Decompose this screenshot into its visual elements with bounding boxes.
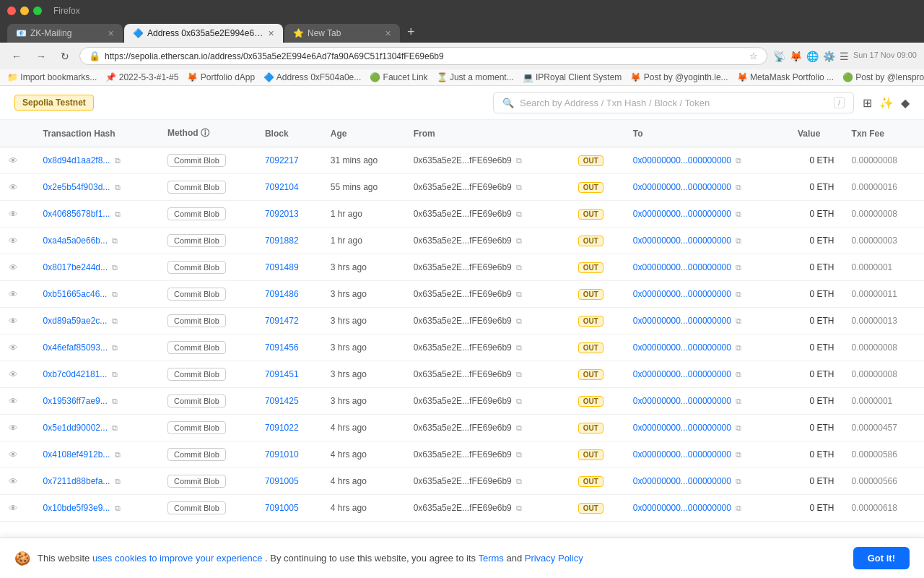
eye-button[interactable]: 👁 xyxy=(9,262,18,273)
bookmark-faucet[interactable]: 🟢 Faucet Link xyxy=(370,72,427,82)
bookmark-metamask[interactable]: 🦊 MetaMask Portfolio ... xyxy=(737,72,834,82)
copy-hash-button[interactable]: ⧉ xyxy=(113,477,123,486)
copy-to-button[interactable]: ⧉ xyxy=(733,450,744,460)
minimize-window-button[interactable] xyxy=(20,7,29,15)
tx-hash-link[interactable]: 0x10bde5f93e9... xyxy=(43,503,110,513)
bookmark-moment[interactable]: ⏳ Just a moment... xyxy=(437,72,514,82)
eth-icon[interactable]: ◆ xyxy=(901,96,910,110)
copy-to-button[interactable]: ⧉ xyxy=(733,210,744,219)
tab-close-eth[interactable]: ✕ xyxy=(268,29,274,38)
theme-icon[interactable]: ✨ xyxy=(879,96,894,110)
copy-to-button[interactable]: ⧉ xyxy=(733,504,744,513)
eye-button[interactable]: 👁 xyxy=(9,182,18,193)
copy-from-button[interactable]: ⧉ xyxy=(514,423,524,433)
to-address-link[interactable]: 0x00000000...000000000 xyxy=(633,369,731,379)
tab-zk-mailing[interactable]: 📧 ZK-Mailing ✕ xyxy=(7,24,123,43)
eye-button[interactable]: 👁 xyxy=(9,236,18,246)
bookmark-portfolio[interactable]: 🦊 Portfolio dApp xyxy=(187,72,255,82)
maximize-window-button[interactable] xyxy=(33,7,42,15)
copy-to-button[interactable]: ⧉ xyxy=(733,343,744,353)
tx-hash-link[interactable]: 0x7211d88befa... xyxy=(43,476,110,486)
copy-hash-button[interactable]: ⧉ xyxy=(113,156,123,165)
copy-from-button[interactable]: ⧉ xyxy=(514,370,524,379)
search-bar[interactable]: 🔍 Search by Address / Txn Hash / Block /… xyxy=(493,92,854,113)
eye-button[interactable]: 👁 xyxy=(9,449,18,460)
copy-to-button[interactable]: ⧉ xyxy=(733,183,744,192)
to-address-link[interactable]: 0x00000000...000000000 xyxy=(633,182,731,192)
copy-from-button[interactable]: ⧉ xyxy=(514,236,524,246)
bookmark-yoginth[interactable]: 🦊 Post by @yoginth.le... xyxy=(630,72,728,82)
to-address-link[interactable]: 0x00000000...000000000 xyxy=(633,476,731,486)
tx-hash-link[interactable]: 0xb7c0d42181... xyxy=(43,369,108,379)
copy-hash-button[interactable]: ⧉ xyxy=(113,210,123,219)
copy-to-button[interactable]: ⧉ xyxy=(733,316,744,326)
copy-to-button[interactable]: ⧉ xyxy=(733,423,744,433)
bookmark-2022[interactable]: 📌 2022-5-3-#1-#5 xyxy=(105,72,178,82)
forward-button[interactable]: → xyxy=(32,48,51,64)
block-link[interactable]: 7091010 xyxy=(265,449,299,460)
copy-to-button[interactable]: ⧉ xyxy=(733,290,744,299)
block-link[interactable]: 7091451 xyxy=(265,369,299,379)
copy-hash-button[interactable]: ⧉ xyxy=(110,423,120,433)
copy-hash-button[interactable]: ⧉ xyxy=(113,183,123,192)
tx-hash-link[interactable]: 0xd89a59ae2c... xyxy=(43,316,108,326)
copy-from-button[interactable]: ⧉ xyxy=(514,263,524,272)
copy-from-button[interactable]: ⧉ xyxy=(514,504,524,513)
copy-to-button[interactable]: ⧉ xyxy=(733,370,744,379)
eye-button[interactable]: 👁 xyxy=(9,369,18,380)
copy-to-button[interactable]: ⧉ xyxy=(733,477,744,486)
tx-hash-link[interactable]: 0xb51665ac46... xyxy=(43,289,108,299)
eye-button[interactable]: 👁 xyxy=(9,289,18,300)
new-tab-button[interactable]: + xyxy=(401,22,421,43)
to-address-link[interactable]: 0x00000000...000000000 xyxy=(633,155,731,165)
eye-button[interactable]: 👁 xyxy=(9,423,18,434)
tx-hash-link[interactable]: 0x8d94d1aa2f8... xyxy=(43,155,110,165)
block-link[interactable]: 7092013 xyxy=(265,209,299,219)
copy-from-button[interactable]: ⧉ xyxy=(514,183,524,192)
tx-hash-link[interactable]: 0x8017be244d... xyxy=(43,262,108,272)
address-bar[interactable]: 🔒 https://sepolia.etherscan.io/address/0… xyxy=(79,47,767,65)
copy-from-button[interactable]: ⧉ xyxy=(514,156,524,165)
copy-hash-button[interactable]: ⧉ xyxy=(110,236,120,246)
copy-hash-button[interactable]: ⧉ xyxy=(110,290,120,299)
copy-from-button[interactable]: ⧉ xyxy=(514,450,524,460)
to-address-link[interactable]: 0x00000000...000000000 xyxy=(633,449,731,460)
extension-icon-3[interactable]: 🌐 xyxy=(806,51,819,62)
copy-to-button[interactable]: ⧉ xyxy=(733,397,744,406)
to-address-link[interactable]: 0x00000000...000000000 xyxy=(633,236,731,246)
block-link[interactable]: 7091005 xyxy=(265,476,299,486)
columns-icon[interactable]: ⊞ xyxy=(863,96,872,110)
block-link[interactable]: 7091005 xyxy=(265,503,299,513)
tab-close-zk[interactable]: ✕ xyxy=(108,29,114,38)
copy-hash-button[interactable]: ⧉ xyxy=(113,504,123,513)
tx-hash-link[interactable]: 0x5e1dd90002... xyxy=(43,423,108,433)
to-address-link[interactable]: 0x00000000...000000000 xyxy=(633,423,731,433)
block-link[interactable]: 7091425 xyxy=(265,396,299,406)
tx-hash-link[interactable]: 0x4108ef4912b... xyxy=(43,449,110,460)
eye-button[interactable]: 👁 xyxy=(9,342,18,353)
to-address-link[interactable]: 0x00000000...000000000 xyxy=(633,503,731,513)
to-address-link[interactable]: 0x00000000...000000000 xyxy=(633,396,731,406)
copy-from-button[interactable]: ⧉ xyxy=(514,397,524,406)
eye-button[interactable]: 👁 xyxy=(9,316,18,327)
copy-from-button[interactable]: ⧉ xyxy=(514,316,524,326)
to-address-link[interactable]: 0x00000000...000000000 xyxy=(633,316,731,326)
bookmark-iproyal[interactable]: 💻 IPRoyal Client System xyxy=(523,72,622,82)
eye-button[interactable]: 👁 xyxy=(9,476,18,487)
to-address-link[interactable]: 0x00000000...000000000 xyxy=(633,262,731,272)
block-link[interactable]: 7091022 xyxy=(265,423,299,433)
to-address-link[interactable]: 0x00000000...000000000 xyxy=(633,342,731,353)
tx-hash-link[interactable]: 0x2e5b54f903d... xyxy=(43,182,110,192)
eye-button[interactable]: 👁 xyxy=(9,155,18,166)
copy-to-button[interactable]: ⧉ xyxy=(733,263,744,272)
bookmark-lens[interactable]: 🟢 Post by @lensproto... xyxy=(842,72,924,82)
copy-to-button[interactable]: ⧉ xyxy=(733,236,744,246)
copy-from-button[interactable]: ⧉ xyxy=(514,290,524,299)
eye-button[interactable]: 👁 xyxy=(9,503,18,514)
extension-icon-2[interactable]: 🦊 xyxy=(790,51,802,62)
block-link[interactable]: 7091456 xyxy=(265,342,299,353)
copy-hash-button[interactable]: ⧉ xyxy=(110,263,120,272)
tx-hash-link[interactable]: 0x40685678bf1... xyxy=(43,209,110,219)
tx-hash-link[interactable]: 0x46efaf85093... xyxy=(43,342,108,353)
extension-icon-1[interactable]: 📡 xyxy=(773,51,785,62)
